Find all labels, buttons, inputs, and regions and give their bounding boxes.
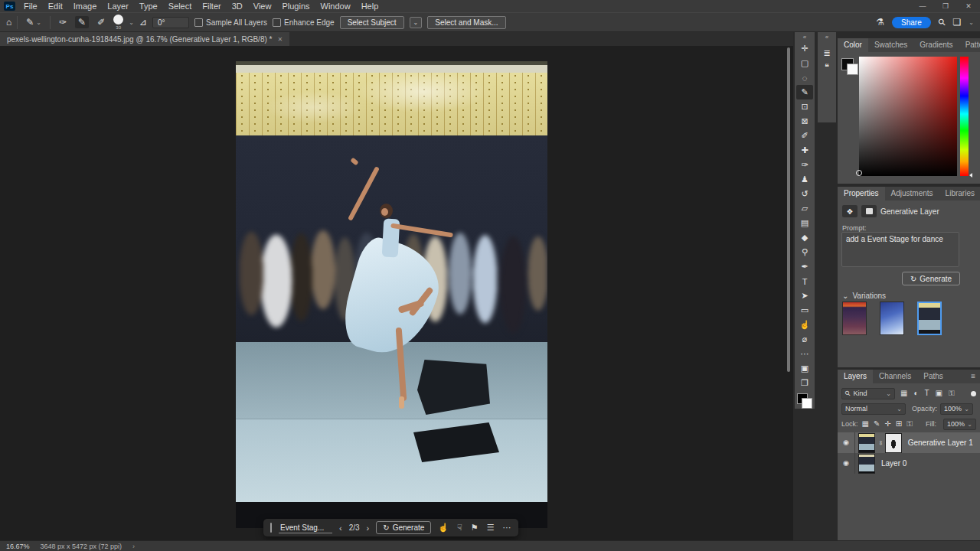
color-panel-swatches[interactable] xyxy=(841,58,858,75)
flag-icon[interactable]: ⚑ xyxy=(471,523,479,533)
previous-variation-button[interactable]: ‹ xyxy=(339,523,342,533)
layer-name[interactable]: Layer 0 xyxy=(881,459,906,468)
brush-size-picker[interactable]: 30 xyxy=(113,15,123,30)
smart-object-icon[interactable]: ⚿ xyxy=(949,389,955,398)
layer-row-layer-0[interactable]: ◉Layer 0 xyxy=(838,453,980,474)
frame-tool[interactable]: ⊠ xyxy=(796,114,813,129)
layer-visibility-eye-icon[interactable]: ◉ xyxy=(838,432,855,453)
taskbar-drag-handle[interactable] xyxy=(270,523,272,533)
lasso-tool[interactable]: ◌ xyxy=(796,70,813,85)
layer-name[interactable]: Generative Layer 1 xyxy=(908,439,973,447)
lock-transparency-icon[interactable]: ▦ xyxy=(862,419,869,429)
spot-healing-tool[interactable]: ✚ xyxy=(796,143,813,158)
menu-window[interactable]: Window xyxy=(315,0,356,12)
filter-toggle-icon[interactable] xyxy=(971,391,976,396)
screen-mode[interactable]: ❐ xyxy=(796,376,813,390)
chevron-down-icon[interactable]: ⌄ xyxy=(969,19,974,26)
opacity-field[interactable]: 100% ⌄ xyxy=(940,403,973,415)
menu-view[interactable]: View xyxy=(248,0,277,12)
share-button[interactable]: Share xyxy=(892,17,931,28)
brush-angle-field[interactable]: 0° xyxy=(152,17,189,28)
brush-tool[interactable]: ✑ xyxy=(796,158,813,172)
variation-thumbnail-2[interactable] xyxy=(880,302,904,335)
enhance-edge-checkbox[interactable]: Enhance Edge xyxy=(273,18,335,27)
pen-tool[interactable]: ✒ xyxy=(796,259,813,274)
properties-tab-properties[interactable]: Properties xyxy=(838,187,885,201)
menu-3d[interactable]: 3D xyxy=(227,0,248,12)
variations-section-header[interactable]: ⌄ Variations xyxy=(842,292,886,300)
saturation-brightness-field[interactable] xyxy=(859,57,957,176)
clone-stamp-tool[interactable]: ♟ xyxy=(796,172,813,187)
lock-artboard-icon[interactable]: ⊞ xyxy=(896,419,902,429)
path-select-tool[interactable]: ➤ xyxy=(796,289,813,303)
dodge-tool[interactable]: ⚲ xyxy=(796,245,813,259)
select-and-mask-button[interactable]: Select and Mask... xyxy=(427,16,505,29)
selection-brush-tool[interactable]: ✎ xyxy=(796,85,813,99)
eraser-tool[interactable]: ▱ xyxy=(796,201,813,216)
menu-file[interactable]: File xyxy=(18,0,43,12)
history-brush-tool[interactable]: ↺ xyxy=(796,187,813,201)
background-color-swatch[interactable] xyxy=(847,64,858,75)
select-subject-dropdown[interactable]: ⌄ xyxy=(410,17,423,28)
menu-select[interactable]: Select xyxy=(163,0,198,12)
layer-thumbnail[interactable] xyxy=(858,454,875,474)
lock-all-icon[interactable]: ⚿ xyxy=(906,419,913,429)
canvas-image[interactable] xyxy=(236,61,547,528)
color-tab-gradients[interactable]: Gradients xyxy=(913,38,959,52)
gradient-tool[interactable]: ▤ xyxy=(796,216,813,230)
foreground-background-colors[interactable] xyxy=(797,393,812,409)
search-icon[interactable]: ⚲ xyxy=(936,17,948,28)
thumbs-down-icon[interactable]: ☟ xyxy=(457,523,462,533)
layer-thumbnail[interactable] xyxy=(858,433,875,453)
blur-tool[interactable]: ◆ xyxy=(796,230,813,245)
minimize-button[interactable]: — xyxy=(911,0,934,12)
layers-tab-layers[interactable]: Layers xyxy=(838,370,873,383)
adjustment-layers-icon[interactable]: ◐ xyxy=(913,389,918,398)
variation-thumbnail-1[interactable] xyxy=(842,302,867,335)
lock-pixels-icon[interactable]: ✎ xyxy=(874,419,880,429)
brush-preset-picker[interactable]: ✎ ⌄ xyxy=(23,16,44,28)
document-tab[interactable]: pexels-wellington-cunha-1918445.jpg @ 16… xyxy=(0,32,289,46)
comments-panel-icon[interactable]: ❝ xyxy=(819,60,835,73)
chevron-down-icon[interactable]: ⌄ xyxy=(129,19,134,26)
quick-mask-mode[interactable]: ▣ xyxy=(796,361,813,376)
close-button[interactable]: ✕ xyxy=(957,0,980,12)
color-field-cursor[interactable] xyxy=(856,170,862,176)
status-chevron-icon[interactable]: › xyxy=(132,543,135,550)
color-tab-color[interactable]: Color xyxy=(838,38,868,52)
more-options-icon[interactable]: ⋯ xyxy=(503,523,511,533)
beta-features-icon[interactable]: ⚗ xyxy=(876,18,884,27)
taskbar-prompt-field[interactable]: Event Stag... xyxy=(279,523,332,533)
color-tab-swatches[interactable]: Swatches xyxy=(868,38,913,52)
taskbar-generate-button[interactable]: ↻ Generate xyxy=(376,521,431,534)
maximize-button[interactable]: ❐ xyxy=(934,0,957,12)
variation-thumbnail-3[interactable] xyxy=(917,302,942,335)
properties-sliders-icon[interactable]: ☰ xyxy=(487,523,495,533)
collapse-dock-icon[interactable]: « xyxy=(803,33,806,41)
layer-visibility-eye-icon[interactable]: ◉ xyxy=(838,453,855,474)
workspace-icon[interactable]: ❏ xyxy=(953,18,962,27)
menu-help[interactable]: Help xyxy=(356,0,384,12)
lock-position-icon[interactable]: ✛ xyxy=(884,419,890,429)
thumbs-up-icon[interactable]: ☝ xyxy=(438,523,449,533)
move-tool[interactable]: ✛ xyxy=(796,41,813,56)
vertical-scrollbar[interactable] xyxy=(787,47,790,372)
zoom-tool[interactable]: ⌀ xyxy=(796,332,813,347)
hue-slider-cursor[interactable] xyxy=(969,173,972,178)
layers-panel-menu-icon[interactable]: ≡ xyxy=(966,370,980,383)
marquee-tool[interactable]: ▢ xyxy=(796,56,813,70)
close-icon[interactable]: ✕ xyxy=(277,36,283,43)
home-icon[interactable]: ⌂ xyxy=(6,18,11,27)
type-tool[interactable]: T xyxy=(796,274,813,289)
menu-layer[interactable]: Layer xyxy=(102,0,134,12)
history-panel-icon[interactable]: ≣ xyxy=(819,46,835,60)
menu-plugins[interactable]: Plugins xyxy=(276,0,315,12)
canvas-pasteboard[interactable]: Event Stag... ‹ 2/3 › ↻ Generate ☝☟⚑☰⋯ xyxy=(0,46,793,540)
sample-all-layers-checkbox[interactable]: Sample All Layers xyxy=(194,18,267,27)
brush-mode-new[interactable]: ✑ xyxy=(56,16,70,28)
zoom-level-field[interactable]: 16.67% xyxy=(6,543,30,550)
prompt-textarea[interactable]: add a Event Stage for dance xyxy=(841,232,959,267)
layer-row-generative-layer-1[interactable]: ◉∞Generative Layer 1 xyxy=(838,432,980,453)
next-variation-button[interactable]: › xyxy=(367,523,370,533)
menu-type[interactable]: Type xyxy=(134,0,163,12)
